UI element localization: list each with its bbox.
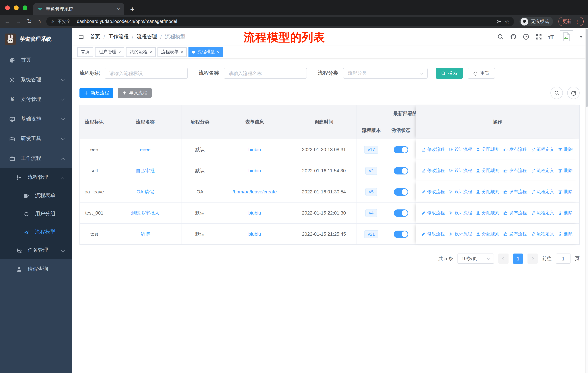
sidebar-item-process-mgmt[interactable]: 流程管理: [0, 168, 72, 186]
modify-process-link[interactable]: 修改流程: [421, 189, 445, 195]
show-search-toggle-button[interactable]: [550, 87, 563, 99]
tag-close-icon[interactable]: ×: [150, 50, 152, 54]
reset-button[interactable]: 重置: [468, 68, 495, 79]
form-info-link[interactable]: biubiu: [248, 147, 261, 152]
help-icon[interactable]: ?: [523, 33, 529, 40]
avatar[interactable]: [560, 30, 573, 43]
process-definition-link[interactable]: 流程定义: [530, 210, 554, 216]
next-page-button[interactable]: [527, 253, 538, 264]
breadcrumb-workflow[interactable]: 工作流程: [108, 33, 129, 40]
bookmark-star-icon[interactable]: ☆: [505, 19, 510, 24]
form-info-link[interactable]: biubiu: [248, 231, 261, 237]
zoom-window-button[interactable]: [23, 5, 27, 10]
active-toggle[interactable]: [394, 209, 408, 217]
process-name-input[interactable]: [224, 68, 307, 79]
breadcrumb-home[interactable]: 首页: [90, 33, 100, 40]
tag-tenant[interactable]: 租户管理 ×: [95, 47, 125, 57]
model-name-link[interactable]: 自己审批: [136, 167, 155, 174]
close-window-button[interactable]: [5, 5, 10, 10]
process-definition-link[interactable]: 流程定义: [530, 231, 554, 237]
tag-home[interactable]: 首页: [77, 47, 93, 57]
form-info-link[interactable]: biubiu: [248, 168, 261, 173]
sidebar-item-workflow[interactable]: 工作流程: [0, 149, 72, 168]
forward-icon[interactable]: →: [16, 19, 21, 24]
model-name-link[interactable]: OA 请假: [136, 189, 154, 195]
minimize-window-button[interactable]: [14, 5, 19, 10]
security-warning-icon[interactable]: ⚠: [51, 19, 55, 24]
assign-rule-link[interactable]: 分配规则: [476, 168, 499, 174]
search-button[interactable]: 搜索: [436, 68, 463, 79]
tag-my-process[interactable]: 我的流程 ×: [126, 47, 156, 57]
process-definition-link[interactable]: 流程定义: [530, 146, 554, 153]
tag-process-model[interactable]: 流程模型 ×: [189, 47, 223, 57]
import-process-button[interactable]: 导入流程: [118, 88, 152, 98]
prev-page-button[interactable]: [498, 253, 509, 264]
sidebar-item-task-mgmt[interactable]: 任务管理: [0, 241, 72, 259]
assign-rule-link[interactable]: 分配规则: [476, 146, 499, 153]
sidebar-item-devtools[interactable]: 研发工具: [0, 129, 72, 149]
assign-rule-link[interactable]: 分配规则: [476, 189, 499, 195]
tag-close-icon[interactable]: ×: [217, 50, 220, 54]
process-key-input[interactable]: [105, 68, 188, 79]
publish-process-link[interactable]: 发布流程: [503, 189, 527, 195]
active-toggle[interactable]: [394, 188, 408, 195]
github-icon[interactable]: [510, 33, 516, 40]
active-toggle[interactable]: [394, 146, 408, 153]
refresh-table-button[interactable]: [567, 87, 580, 99]
delete-link[interactable]: 删除: [558, 189, 573, 195]
page-url[interactable]: dashboard.yudao.iocoder.cn/bpm/manager/m…: [77, 19, 493, 24]
category-select[interactable]: 流程分类: [343, 68, 428, 79]
address-bar[interactable]: ⚠ 不安全 dashboard.yudao.iocoder.cn/bpm/man…: [46, 17, 514, 26]
publish-process-link[interactable]: 发布流程: [503, 146, 527, 153]
design-process-link[interactable]: 设计流程: [448, 168, 472, 174]
browser-tab[interactable]: 芋道管理系统 ×: [33, 3, 124, 15]
model-name-link[interactable]: 测试多审批人: [131, 210, 159, 216]
tag-close-icon[interactable]: ×: [118, 50, 121, 54]
design-process-link[interactable]: 设计流程: [448, 210, 472, 216]
assign-rule-link[interactable]: 分配规则: [476, 210, 499, 216]
modify-process-link[interactable]: 修改流程: [421, 168, 445, 174]
form-info-link[interactable]: biubiu: [248, 210, 261, 216]
sidebar-item-payment[interactable]: ¥ 支付管理: [0, 90, 72, 109]
assign-rule-link[interactable]: 分配规则: [476, 231, 499, 237]
sidebar-item-system[interactable]: 系统管理: [0, 70, 72, 90]
sidebar-item-process-model[interactable]: 流程模型: [0, 223, 72, 241]
goto-page-input[interactable]: [556, 253, 570, 264]
sidebar-item-infra[interactable]: 基础设施: [0, 109, 72, 129]
design-process-link[interactable]: 设计流程: [448, 146, 472, 153]
model-name-link[interactable]: 滔博: [141, 231, 150, 237]
publish-process-link[interactable]: 发布流程: [503, 231, 527, 237]
modify-process-link[interactable]: 修改流程: [421, 210, 445, 216]
tab-close-icon[interactable]: ×: [117, 7, 120, 12]
back-icon[interactable]: ←: [4, 19, 10, 24]
sidebar-item-home[interactable]: 首页: [0, 50, 72, 70]
tag-process-form[interactable]: 流程表单 ×: [158, 47, 187, 57]
scrollbar-thumb[interactable]: [586, 29, 588, 107]
sidebar-item-user-group[interactable]: 用户分组: [0, 205, 72, 223]
current-page-button[interactable]: 1: [513, 253, 523, 264]
search-icon[interactable]: [497, 33, 504, 40]
reload-icon[interactable]: ↻: [27, 19, 32, 24]
design-process-link[interactable]: 设计流程: [448, 231, 472, 237]
browser-menu-icon[interactable]: ⋮: [575, 19, 580, 24]
password-key-icon[interactable]: [496, 19, 502, 24]
page-size-select[interactable]: 10条/页: [458, 253, 494, 264]
form-info-link[interactable]: /bpm/oa/leave/create: [232, 189, 277, 194]
delete-link[interactable]: 删除: [558, 210, 573, 216]
modify-process-link[interactable]: 修改流程: [421, 231, 445, 237]
create-process-button[interactable]: 新建流程: [79, 88, 113, 98]
publish-process-link[interactable]: 发布流程: [503, 210, 527, 216]
page-scrollbar[interactable]: [586, 28, 588, 373]
delete-link[interactable]: 删除: [558, 168, 573, 174]
publish-process-link[interactable]: 发布流程: [503, 168, 527, 174]
delete-link[interactable]: 删除: [558, 231, 573, 237]
active-toggle[interactable]: [394, 167, 408, 174]
process-definition-link[interactable]: 流程定义: [530, 189, 554, 195]
process-definition-link[interactable]: 流程定义: [530, 168, 554, 174]
sidebar-item-process-form[interactable]: 流程表单: [0, 186, 72, 205]
home-icon[interactable]: ⌂: [37, 19, 41, 24]
delete-link[interactable]: 删除: [558, 146, 573, 153]
active-toggle[interactable]: [394, 230, 408, 238]
update-button[interactable]: 更新 ⋮: [558, 17, 584, 26]
new-tab-button[interactable]: +: [130, 5, 135, 13]
